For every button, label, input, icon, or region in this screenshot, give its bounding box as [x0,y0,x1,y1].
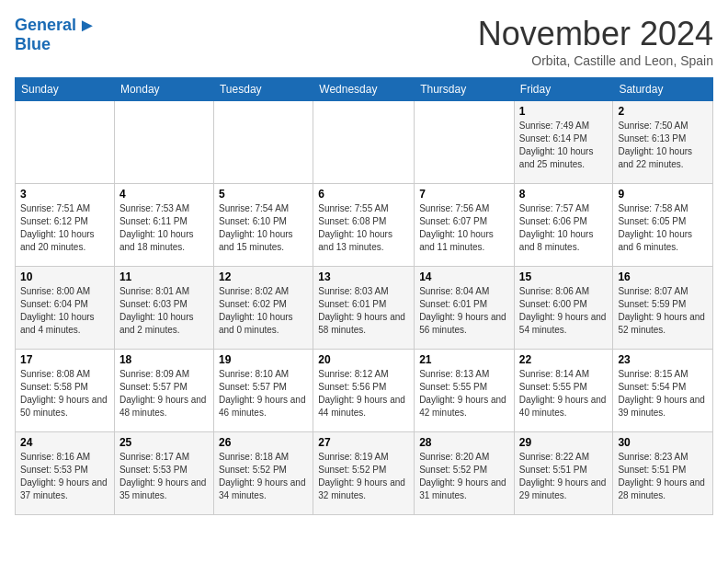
calendar-cell: 2Sunrise: 7:50 AM Sunset: 6:13 PM Daylig… [613,101,713,184]
day-number: 26 [219,436,308,449]
calendar-cell: 3Sunrise: 7:51 AM Sunset: 6:12 PM Daylig… [16,184,115,267]
calendar-table: SundayMondayTuesdayWednesdayThursdayFrid… [15,77,713,515]
calendar-cell: 16Sunrise: 8:07 AM Sunset: 5:59 PM Dayli… [613,267,713,350]
header-day-tuesday: Tuesday [213,78,313,101]
day-number: 8 [519,188,609,201]
day-number: 11 [119,270,209,283]
day-number: 24 [20,436,109,449]
logo: General ► Blue [15,15,97,54]
day-number: 4 [119,188,209,201]
calendar-cell: 1Sunrise: 7:49 AM Sunset: 6:14 PM Daylig… [514,101,613,184]
day-info: Sunrise: 8:23 AM Sunset: 5:51 PM Dayligh… [618,451,708,502]
day-info: Sunrise: 7:54 AM Sunset: 6:10 PM Dayligh… [219,202,308,254]
calendar-cell: 6Sunrise: 7:55 AM Sunset: 6:08 PM Daylig… [313,184,415,267]
header-day-wednesday: Wednesday [313,78,415,101]
calendar-cell: 11Sunrise: 8:01 AM Sunset: 6:03 PM Dayli… [114,267,213,350]
header-day-saturday: Saturday [613,78,713,101]
calendar-cell: 14Sunrise: 8:04 AM Sunset: 6:01 PM Dayli… [415,267,515,350]
day-number: 12 [219,270,308,283]
calendar-cell [213,101,313,184]
header-row: SundayMondayTuesdayWednesdayThursdayFrid… [16,78,713,101]
day-info: Sunrise: 7:53 AM Sunset: 6:11 PM Dayligh… [119,202,209,254]
day-number: 7 [419,188,509,201]
day-info: Sunrise: 7:51 AM Sunset: 6:12 PM Dayligh… [20,202,109,254]
day-info: Sunrise: 8:06 AM Sunset: 6:00 PM Dayligh… [519,285,609,337]
week-row-1: 3Sunrise: 7:51 AM Sunset: 6:12 PM Daylig… [16,184,713,267]
day-number: 29 [519,436,609,449]
day-info: Sunrise: 8:14 AM Sunset: 5:55 PM Dayligh… [519,368,609,419]
day-info: Sunrise: 8:20 AM Sunset: 5:52 PM Dayligh… [419,451,509,502]
logo-arrow-icon: ► [78,15,97,36]
calendar-cell: 8Sunrise: 7:57 AM Sunset: 6:06 PM Daylig… [514,184,613,267]
day-info: Sunrise: 7:50 AM Sunset: 6:13 PM Dayligh… [618,120,708,171]
calendar-cell: 25Sunrise: 8:17 AM Sunset: 5:53 PM Dayli… [114,432,213,515]
day-info: Sunrise: 8:22 AM Sunset: 5:51 PM Dayligh… [519,451,609,502]
day-info: Sunrise: 7:57 AM Sunset: 6:06 PM Dayligh… [519,202,609,254]
day-number: 19 [219,353,308,366]
day-info: Sunrise: 8:18 AM Sunset: 5:52 PM Dayligh… [219,451,308,502]
calendar-cell: 20Sunrise: 8:12 AM Sunset: 5:56 PM Dayli… [313,350,415,432]
day-number: 21 [419,353,509,366]
calendar-cell: 23Sunrise: 8:15 AM Sunset: 5:54 PM Dayli… [613,350,713,432]
day-number: 3 [20,188,109,201]
calendar-cell: 7Sunrise: 7:56 AM Sunset: 6:07 PM Daylig… [415,184,515,267]
day-number: 25 [119,436,209,449]
day-info: Sunrise: 8:07 AM Sunset: 5:59 PM Dayligh… [618,285,708,337]
calendar-cell: 21Sunrise: 8:13 AM Sunset: 5:55 PM Dayli… [415,350,515,432]
calendar-cell: 10Sunrise: 8:00 AM Sunset: 6:04 PM Dayli… [16,267,115,350]
calendar-body: 1Sunrise: 7:49 AM Sunset: 6:14 PM Daylig… [16,101,713,515]
month-title: November 2024 [478,15,713,53]
location-title: Orbita, Castille and Leon, Spain [478,53,713,68]
day-info: Sunrise: 7:58 AM Sunset: 6:05 PM Dayligh… [618,202,708,254]
day-number: 27 [318,436,409,449]
calendar-header: SundayMondayTuesdayWednesdayThursdayFrid… [16,78,713,101]
calendar-cell [114,101,213,184]
calendar-cell: 4Sunrise: 7:53 AM Sunset: 6:11 PM Daylig… [114,184,213,267]
day-info: Sunrise: 7:56 AM Sunset: 6:07 PM Dayligh… [419,202,509,254]
day-info: Sunrise: 8:16 AM Sunset: 5:53 PM Dayligh… [20,451,109,502]
day-number: 13 [318,270,409,283]
calendar-cell: 5Sunrise: 7:54 AM Sunset: 6:10 PM Daylig… [213,184,313,267]
calendar-cell [415,101,515,184]
day-info: Sunrise: 8:17 AM Sunset: 5:53 PM Dayligh… [119,451,209,502]
day-info: Sunrise: 7:55 AM Sunset: 6:08 PM Dayligh… [318,202,409,254]
week-row-3: 17Sunrise: 8:08 AM Sunset: 5:58 PM Dayli… [16,350,713,432]
day-number: 16 [618,270,708,283]
day-info: Sunrise: 8:04 AM Sunset: 6:01 PM Dayligh… [419,285,509,337]
calendar-cell: 24Sunrise: 8:16 AM Sunset: 5:53 PM Dayli… [16,432,115,515]
calendar-cell: 9Sunrise: 7:58 AM Sunset: 6:05 PM Daylig… [613,184,713,267]
day-info: Sunrise: 8:10 AM Sunset: 5:57 PM Dayligh… [219,368,308,419]
day-number: 14 [419,270,509,283]
header-day-sunday: Sunday [16,78,115,101]
calendar-cell: 17Sunrise: 8:08 AM Sunset: 5:58 PM Dayli… [16,350,115,432]
calendar-cell: 30Sunrise: 8:23 AM Sunset: 5:51 PM Dayli… [613,432,713,515]
calendar-cell [16,101,115,184]
day-number: 18 [119,353,209,366]
week-row-4: 24Sunrise: 8:16 AM Sunset: 5:53 PM Dayli… [16,432,713,515]
day-info: Sunrise: 8:09 AM Sunset: 5:57 PM Dayligh… [119,368,209,419]
day-number: 1 [519,105,609,118]
day-number: 10 [20,270,109,283]
day-number: 6 [318,188,409,201]
calendar-cell [313,101,415,184]
calendar-cell: 15Sunrise: 8:06 AM Sunset: 6:00 PM Dayli… [514,267,613,350]
day-info: Sunrise: 7:49 AM Sunset: 6:14 PM Dayligh… [519,120,609,171]
day-info: Sunrise: 8:00 AM Sunset: 6:04 PM Dayligh… [20,285,109,337]
logo-blue: Blue [15,36,51,54]
page-header: General ► Blue November 2024 Orbita, Cas… [15,15,713,68]
day-info: Sunrise: 8:13 AM Sunset: 5:55 PM Dayligh… [419,368,509,419]
logo-general: General [15,17,76,35]
day-number: 15 [519,270,609,283]
day-info: Sunrise: 8:01 AM Sunset: 6:03 PM Dayligh… [119,285,209,337]
day-number: 30 [618,436,708,449]
day-number: 9 [618,188,708,201]
day-number: 5 [219,188,308,201]
day-number: 2 [618,105,708,118]
day-info: Sunrise: 8:03 AM Sunset: 6:01 PM Dayligh… [318,285,409,337]
calendar-cell: 12Sunrise: 8:02 AM Sunset: 6:02 PM Dayli… [213,267,313,350]
calendar-cell: 13Sunrise: 8:03 AM Sunset: 6:01 PM Dayli… [313,267,415,350]
day-number: 23 [618,353,708,366]
day-number: 17 [20,353,109,366]
calendar-cell: 26Sunrise: 8:18 AM Sunset: 5:52 PM Dayli… [213,432,313,515]
week-row-2: 10Sunrise: 8:00 AM Sunset: 6:04 PM Dayli… [16,267,713,350]
